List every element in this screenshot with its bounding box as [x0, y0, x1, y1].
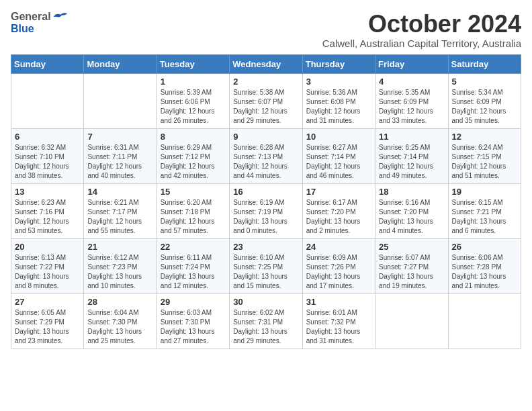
calendar-week-row: 13Sunrise: 6:23 AM Sunset: 7:16 PM Dayli… [11, 183, 521, 238]
day-info: Sunrise: 6:07 AM Sunset: 7:27 PM Dayligh… [379, 253, 444, 291]
day-info: Sunrise: 6:10 AM Sunset: 7:25 PM Dayligh… [233, 253, 298, 291]
day-number: 14 [87, 187, 152, 197]
day-info: Sunrise: 6:31 AM Sunset: 7:11 PM Dayligh… [87, 143, 152, 181]
weekday-header-saturday: Saturday [448, 54, 521, 73]
day-info: Sunrise: 5:39 AM Sunset: 6:06 PM Dayligh… [161, 88, 226, 126]
calendar-cell: 13Sunrise: 6:23 AM Sunset: 7:16 PM Dayli… [11, 183, 84, 238]
calendar-cell: 8Sunrise: 6:29 AM Sunset: 7:12 PM Daylig… [157, 128, 229, 183]
day-number: 28 [87, 297, 152, 307]
calendar-cell: 22Sunrise: 6:11 AM Sunset: 7:24 PM Dayli… [157, 238, 229, 293]
calendar-week-row: 1Sunrise: 5:39 AM Sunset: 6:06 PM Daylig… [11, 73, 521, 128]
calendar-cell: 16Sunrise: 6:19 AM Sunset: 7:19 PM Dayli… [230, 183, 302, 238]
calendar-week-row: 6Sunrise: 6:32 AM Sunset: 7:10 PM Daylig… [11, 128, 521, 183]
day-number: 24 [306, 242, 371, 252]
page-header: General Blue October 2024 Calwell, Austr… [11, 11, 521, 49]
calendar-cell: 29Sunrise: 6:03 AM Sunset: 7:30 PM Dayli… [157, 293, 229, 349]
calendar-cell [448, 293, 521, 349]
calendar-week-row: 20Sunrise: 6:13 AM Sunset: 7:22 PM Dayli… [11, 238, 521, 293]
day-number: 26 [452, 242, 517, 252]
logo-bird-icon [52, 11, 69, 23]
weekday-header-thursday: Thursday [302, 54, 375, 73]
calendar-cell: 19Sunrise: 6:15 AM Sunset: 7:21 PM Dayli… [448, 183, 521, 238]
calendar-cell: 30Sunrise: 6:02 AM Sunset: 7:31 PM Dayli… [230, 293, 302, 349]
calendar-cell: 5Sunrise: 5:34 AM Sunset: 6:09 PM Daylig… [448, 73, 521, 128]
day-info: Sunrise: 6:09 AM Sunset: 7:26 PM Dayligh… [306, 253, 371, 291]
calendar-week-row: 27Sunrise: 6:05 AM Sunset: 7:29 PM Dayli… [11, 293, 521, 349]
title-section: October 2024 Calwell, Australian Capital… [322, 11, 521, 49]
day-info: Sunrise: 6:29 AM Sunset: 7:12 PM Dayligh… [161, 143, 226, 181]
day-number: 12 [452, 132, 517, 142]
day-info: Sunrise: 6:13 AM Sunset: 7:22 PM Dayligh… [15, 253, 80, 291]
day-info: Sunrise: 6:21 AM Sunset: 7:17 PM Dayligh… [87, 198, 152, 236]
day-number: 22 [161, 242, 226, 252]
weekday-header-sunday: Sunday [11, 54, 84, 73]
calendar-cell: 10Sunrise: 6:27 AM Sunset: 7:14 PM Dayli… [302, 128, 375, 183]
calendar-cell: 4Sunrise: 5:35 AM Sunset: 6:09 PM Daylig… [375, 73, 448, 128]
day-number: 17 [306, 187, 371, 197]
weekday-header-wednesday: Wednesday [230, 54, 302, 73]
day-info: Sunrise: 6:01 AM Sunset: 7:32 PM Dayligh… [306, 308, 371, 346]
day-number: 1 [161, 77, 226, 87]
calendar-cell: 14Sunrise: 6:21 AM Sunset: 7:17 PM Dayli… [84, 183, 157, 238]
calendar-cell: 26Sunrise: 6:06 AM Sunset: 7:28 PM Dayli… [448, 238, 521, 293]
day-info: Sunrise: 5:38 AM Sunset: 6:07 PM Dayligh… [233, 88, 298, 126]
day-info: Sunrise: 6:19 AM Sunset: 7:19 PM Dayligh… [233, 198, 298, 236]
day-number: 20 [15, 242, 80, 252]
day-info: Sunrise: 6:02 AM Sunset: 7:31 PM Dayligh… [233, 308, 298, 346]
calendar-cell: 15Sunrise: 6:20 AM Sunset: 7:18 PM Dayli… [157, 183, 229, 238]
weekday-header-row: SundayMondayTuesdayWednesdayThursdayFrid… [11, 54, 521, 73]
day-number: 29 [161, 297, 226, 307]
month-title: October 2024 [322, 11, 521, 38]
calendar-cell: 3Sunrise: 5:36 AM Sunset: 6:08 PM Daylig… [302, 73, 375, 128]
calendar-cell: 23Sunrise: 6:10 AM Sunset: 7:25 PM Dayli… [230, 238, 302, 293]
day-info: Sunrise: 6:05 AM Sunset: 7:29 PM Dayligh… [15, 308, 80, 346]
calendar-cell: 28Sunrise: 6:04 AM Sunset: 7:30 PM Dayli… [84, 293, 157, 349]
calendar-cell: 1Sunrise: 5:39 AM Sunset: 6:06 PM Daylig… [157, 73, 229, 128]
weekday-header-friday: Friday [375, 54, 448, 73]
calendar-cell: 11Sunrise: 6:25 AM Sunset: 7:14 PM Dayli… [375, 128, 448, 183]
calendar-cell: 24Sunrise: 6:09 AM Sunset: 7:26 PM Dayli… [302, 238, 375, 293]
weekday-header-monday: Monday [84, 54, 157, 73]
day-info: Sunrise: 6:27 AM Sunset: 7:14 PM Dayligh… [306, 143, 371, 181]
calendar-cell: 27Sunrise: 6:05 AM Sunset: 7:29 PM Dayli… [11, 293, 84, 349]
day-number: 31 [306, 297, 371, 307]
location-title: Calwell, Australian Capital Territory, A… [322, 38, 521, 49]
day-info: Sunrise: 6:04 AM Sunset: 7:30 PM Dayligh… [87, 308, 152, 346]
day-number: 10 [306, 132, 371, 142]
day-number: 27 [15, 297, 80, 307]
day-number: 25 [379, 242, 444, 252]
day-number: 8 [161, 132, 226, 142]
logo-general: General [11, 11, 51, 23]
day-number: 21 [87, 242, 152, 252]
day-info: Sunrise: 6:23 AM Sunset: 7:16 PM Dayligh… [15, 198, 80, 236]
day-number: 4 [379, 77, 444, 87]
calendar-cell: 20Sunrise: 6:13 AM Sunset: 7:22 PM Dayli… [11, 238, 84, 293]
weekday-header-tuesday: Tuesday [157, 54, 229, 73]
calendar-cell: 25Sunrise: 6:07 AM Sunset: 7:27 PM Dayli… [375, 238, 448, 293]
day-info: Sunrise: 6:20 AM Sunset: 7:18 PM Dayligh… [161, 198, 226, 236]
day-info: Sunrise: 5:36 AM Sunset: 6:08 PM Dayligh… [306, 88, 371, 126]
calendar-cell: 2Sunrise: 5:38 AM Sunset: 6:07 PM Daylig… [230, 73, 302, 128]
day-number: 15 [161, 187, 226, 197]
day-number: 19 [452, 187, 517, 197]
calendar-cell: 12Sunrise: 6:24 AM Sunset: 7:15 PM Dayli… [448, 128, 521, 183]
day-info: Sunrise: 5:35 AM Sunset: 6:09 PM Dayligh… [379, 88, 444, 126]
day-info: Sunrise: 6:15 AM Sunset: 7:21 PM Dayligh… [452, 198, 517, 236]
day-number: 6 [15, 132, 80, 142]
day-info: Sunrise: 6:25 AM Sunset: 7:14 PM Dayligh… [379, 143, 444, 181]
day-info: Sunrise: 6:11 AM Sunset: 7:24 PM Dayligh… [161, 253, 226, 291]
logo: General Blue [11, 11, 69, 35]
day-number: 13 [15, 187, 80, 197]
day-info: Sunrise: 6:28 AM Sunset: 7:13 PM Dayligh… [233, 143, 298, 181]
day-number: 5 [452, 77, 517, 87]
calendar-table: SundayMondayTuesdayWednesdayThursdayFrid… [11, 54, 521, 349]
calendar-cell: 31Sunrise: 6:01 AM Sunset: 7:32 PM Dayli… [302, 293, 375, 349]
calendar-cell: 18Sunrise: 6:16 AM Sunset: 7:20 PM Dayli… [375, 183, 448, 238]
day-number: 7 [87, 132, 152, 142]
day-info: Sunrise: 6:12 AM Sunset: 7:23 PM Dayligh… [87, 253, 152, 291]
day-info: Sunrise: 5:34 AM Sunset: 6:09 PM Dayligh… [452, 88, 517, 126]
calendar-cell: 7Sunrise: 6:31 AM Sunset: 7:11 PM Daylig… [84, 128, 157, 183]
day-number: 30 [233, 297, 298, 307]
day-number: 3 [306, 77, 371, 87]
day-number: 16 [233, 187, 298, 197]
